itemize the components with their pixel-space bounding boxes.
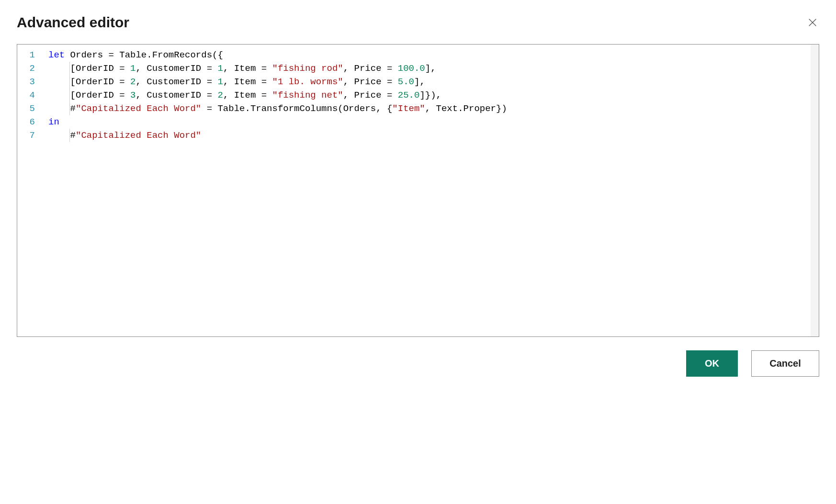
code-token: 1 — [130, 63, 136, 74]
code-token: ], — [414, 77, 425, 87]
code-token: , Text.Proper}) — [425, 103, 507, 114]
indent-guide — [69, 102, 70, 115]
code-token: [OrderID = — [48, 63, 130, 74]
code-token: let — [48, 50, 65, 60]
line-number: 2 — [17, 62, 44, 75]
code-token: # — [48, 103, 76, 114]
code-token: 2 — [130, 77, 136, 87]
line-number: 4 — [17, 89, 44, 102]
code-token: [OrderID = — [48, 77, 130, 87]
line-number: 1 — [17, 48, 44, 62]
code-token: 2 — [217, 90, 223, 101]
code-token: 100.0 — [398, 63, 425, 74]
code-token: , CustomerID = — [136, 90, 217, 101]
code-line[interactable]: [OrderID = 1, CustomerID = 1, Item = "fi… — [48, 62, 819, 75]
line-number: 3 — [17, 75, 44, 89]
indent-guide — [69, 75, 70, 89]
code-token: 1 — [217, 77, 223, 87]
code-token: ]}), — [419, 90, 441, 101]
code-token: "Capitalized Each Word" — [76, 103, 201, 114]
code-token: "1 lb. worms" — [272, 77, 343, 87]
code-line[interactable]: [OrderID = 3, CustomerID = 2, Item = "fi… — [48, 89, 819, 102]
code-token: 1 — [217, 63, 223, 74]
line-number: 5 — [17, 102, 44, 115]
dialog-footer: OK Cancel — [17, 350, 819, 377]
code-token: , CustomerID = — [136, 63, 217, 74]
line-number-gutter: 1234567 — [17, 45, 44, 336]
line-number: 7 — [17, 129, 44, 142]
code-token: 3 — [130, 90, 136, 101]
code-token: , Price = — [343, 77, 398, 87]
indent-guide — [69, 129, 70, 142]
code-token: 25.0 — [398, 90, 420, 101]
code-token: , CustomerID = — [136, 77, 217, 87]
code-token: # — [48, 130, 76, 141]
code-line[interactable]: in — [48, 115, 819, 129]
code-token: [OrderID = — [48, 90, 130, 101]
code-line[interactable]: #"Capitalized Each Word" — [48, 129, 819, 142]
code-token: "Capitalized Each Word" — [76, 130, 201, 141]
code-token: 5.0 — [398, 77, 414, 87]
code-token: ], — [425, 63, 436, 74]
code-token: , Price = — [343, 90, 398, 101]
dialog-title: Advanced editor — [17, 14, 129, 31]
code-token: , Price = — [343, 63, 398, 74]
indent-guide — [69, 62, 70, 75]
code-token: "Item" — [392, 103, 425, 114]
code-line[interactable]: let Orders = Table.FromRecords({ — [48, 48, 819, 62]
cancel-button[interactable]: Cancel — [751, 350, 819, 377]
code-token: in — [48, 117, 59, 127]
code-line[interactable]: #"Capitalized Each Word" = Table.Transfo… — [48, 102, 819, 115]
code-token: , Item = — [223, 90, 272, 101]
code-token: "fishing rod" — [272, 63, 343, 74]
code-token: "fishing net" — [272, 90, 343, 101]
code-token: Orders = Table.FromRecords({ — [65, 50, 223, 60]
code-editor[interactable]: 1234567 let Orders = Table.FromRecords({… — [17, 44, 819, 337]
close-icon — [807, 17, 818, 28]
scrollbar[interactable] — [811, 45, 819, 336]
line-number: 6 — [17, 115, 44, 129]
code-token: , Item = — [223, 77, 272, 87]
close-button[interactable] — [806, 16, 819, 29]
code-area[interactable]: let Orders = Table.FromRecords({ [OrderI… — [44, 45, 819, 336]
code-token: , Item = — [223, 63, 272, 74]
ok-button[interactable]: OK — [686, 350, 738, 377]
code-token: = Table.TransformColumns(Orders, { — [201, 103, 392, 114]
code-line[interactable]: [OrderID = 2, CustomerID = 1, Item = "1 … — [48, 75, 819, 89]
indent-guide — [69, 89, 70, 102]
dialog-header: Advanced editor — [17, 14, 819, 31]
